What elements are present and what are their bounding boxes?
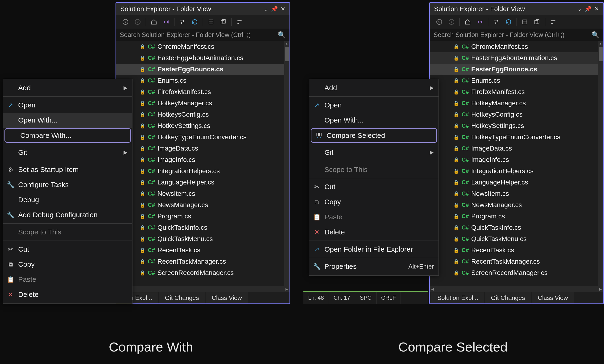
- pin-icon[interactable]: 📌: [270, 6, 279, 12]
- chevron-down-icon[interactable]: ⌄: [576, 6, 584, 12]
- file-row[interactable]: 🔒C#RecentTask.cs: [116, 244, 289, 256]
- file-row[interactable]: 🔒C#RecentTask.cs: [430, 244, 603, 256]
- horizontal-scrollbar[interactable]: ◀▶: [116, 286, 289, 292]
- file-row[interactable]: 🔒C#ImageData.cs: [116, 143, 289, 154]
- properties-icon[interactable]: [234, 17, 245, 27]
- menu-item-add-debug[interactable]: 🔧 Add Debug Configuration: [3, 207, 132, 222]
- file-row[interactable]: 🔒C#ChromeManifest.cs: [116, 41, 289, 52]
- back-button[interactable]: [434, 17, 444, 27]
- file-row[interactable]: 🔒C#FirefoxManifest.cs: [116, 86, 289, 97]
- file-row[interactable]: 🔒C#ScreenRecordManager.cs: [430, 267, 603, 279]
- tab-git-changes[interactable]: Git Changes: [485, 292, 531, 303]
- file-row[interactable]: 🔒C#HotkeyManager.cs: [116, 97, 289, 109]
- file-row[interactable]: 🔒C#LanguageHelper.cs: [430, 177, 603, 188]
- tab-class-view[interactable]: Class View: [206, 292, 248, 303]
- file-row[interactable]: 🔒C#IntegrationHelpers.cs: [116, 165, 289, 177]
- menu-item-compare-selected[interactable]: Compare Selected: [311, 128, 437, 143]
- horizontal-scrollbar[interactable]: ◀▶: [430, 286, 603, 292]
- show-all-icon[interactable]: [532, 17, 542, 27]
- menu-item-open-with[interactable]: Open With...: [3, 113, 132, 128]
- collapse-icon[interactable]: [520, 17, 530, 27]
- file-row[interactable]: 🔒C#HotkeyTypeEnumConverter.cs: [116, 132, 289, 143]
- file-row[interactable]: 🔒C#EasterEggBounce.cs: [116, 64, 289, 75]
- menu-item-git[interactable]: Git ▶: [309, 145, 439, 160]
- menu-item-open[interactable]: ↗ Open: [309, 97, 439, 113]
- vertical-scrollbar[interactable]: [598, 41, 603, 286]
- switch-views-icon[interactable]: [177, 17, 188, 27]
- search-icon[interactable]: 🔍: [591, 31, 600, 39]
- menu-item-properties[interactable]: 🔧 Properties Alt+Enter: [309, 259, 439, 274]
- menu-item-open-with[interactable]: Open With...: [309, 113, 439, 128]
- chevron-down-icon[interactable]: ⌄: [262, 6, 270, 12]
- search-icon[interactable]: 🔍: [278, 31, 286, 39]
- file-row[interactable]: 🔒C#NewsItem.cs: [116, 188, 289, 199]
- file-row[interactable]: 🔒C#ImageInfo.cs: [116, 154, 289, 165]
- menu-item-add[interactable]: Add ▶: [309, 80, 439, 96]
- file-row[interactable]: 🔒C#HotkeyTypeEnumConverter.cs: [430, 132, 603, 143]
- file-row[interactable]: 🔒C#ScreenRecordManager.cs: [116, 267, 289, 279]
- file-list[interactable]: 🔒C#ChromeManifest.cs🔒C#EasterEggAboutAni…: [430, 41, 603, 286]
- close-icon[interactable]: ✕: [592, 6, 601, 12]
- file-row[interactable]: 🔒C#ImageInfo.cs: [430, 154, 603, 165]
- file-row[interactable]: 🔒C#RecentTaskManager.cs: [430, 256, 603, 267]
- file-row[interactable]: 🔒C#RecentTaskManager.cs: [116, 256, 289, 267]
- refresh-icon[interactable]: [503, 17, 514, 27]
- forward-button[interactable]: [446, 17, 457, 27]
- menu-item-compare-with[interactable]: Compare With...: [4, 128, 131, 143]
- file-row[interactable]: 🔒C#NewsItem.cs: [430, 188, 603, 199]
- file-row[interactable]: 🔒C#EasterEggAboutAnimation.cs: [430, 52, 603, 64]
- vs-icon[interactable]: [475, 17, 485, 27]
- file-row[interactable]: 🔒C#NewsManager.cs: [116, 199, 289, 211]
- forward-button[interactable]: [133, 17, 143, 27]
- collapse-icon[interactable]: [206, 17, 216, 27]
- menu-item-add[interactable]: Add ▶: [3, 80, 132, 96]
- file-row[interactable]: 🔒C#HotkeyManager.cs: [430, 97, 603, 109]
- search-bar[interactable]: Search Solution Explorer - Folder View (…: [430, 29, 603, 41]
- file-row[interactable]: 🔒C#EasterEggBounce.cs: [430, 64, 603, 75]
- file-row[interactable]: 🔒C#Program.cs: [116, 211, 289, 222]
- file-row[interactable]: 🔒C#HotkeysConfig.cs: [430, 109, 603, 120]
- file-row[interactable]: 🔒C#Enums.cs: [116, 75, 289, 86]
- pin-icon[interactable]: 📌: [584, 6, 592, 12]
- properties-icon[interactable]: [548, 17, 558, 27]
- file-row[interactable]: 🔒C#HotkeySettings.cs: [116, 120, 289, 132]
- file-row[interactable]: 🔒C#QuickTaskMenu.cs: [116, 233, 289, 244]
- menu-item-configure-tasks[interactable]: 🔧 Configure Tasks: [3, 177, 132, 192]
- menu-item-copy[interactable]: ⧉ Copy: [3, 257, 132, 272]
- file-row[interactable]: 🔒C#HotkeySettings.cs: [430, 120, 603, 132]
- menu-item-debug[interactable]: Debug: [3, 192, 132, 207]
- tab-git-changes[interactable]: Git Changes: [159, 292, 205, 303]
- menu-item-delete[interactable]: ✕ Delete: [3, 287, 132, 302]
- home-icon[interactable]: [149, 17, 159, 27]
- file-row[interactable]: 🔒C#QuickTaskInfo.cs: [116, 222, 289, 233]
- file-row[interactable]: 🔒C#FirefoxManifest.cs: [430, 86, 603, 97]
- file-row[interactable]: 🔒C#LanguageHelper.cs: [116, 177, 289, 188]
- file-row[interactable]: 🔒C#NewsManager.cs: [430, 199, 603, 211]
- file-row[interactable]: 🔒C#QuickTaskMenu.cs: [430, 233, 603, 244]
- menu-item-cut[interactable]: ✂ Cut: [309, 179, 439, 194]
- tab-solution-explorer[interactable]: Solution Expl...: [431, 292, 484, 303]
- vs-icon[interactable]: [161, 17, 171, 27]
- search-bar[interactable]: Search Solution Explorer - Folder View (…: [116, 29, 289, 41]
- menu-item-open-folder[interactable]: ↗ Open Folder in File Explorer: [309, 242, 439, 257]
- file-list[interactable]: 🔒C#ChromeManifest.cs🔒C#EasterEggAboutAni…: [116, 41, 289, 286]
- file-row[interactable]: 🔒C#IntegrationHelpers.cs: [430, 165, 603, 177]
- tab-class-view[interactable]: Class View: [532, 292, 574, 303]
- file-row[interactable]: 🔒C#HotkeysConfig.cs: [116, 109, 289, 120]
- file-row[interactable]: 🔒C#ImageData.cs: [430, 143, 603, 154]
- file-row[interactable]: 🔒C#Program.cs: [430, 211, 603, 222]
- switch-views-icon[interactable]: [491, 17, 502, 27]
- menu-item-open[interactable]: ↗ Open: [3, 97, 132, 113]
- file-row[interactable]: 🔒C#Enums.cs: [430, 75, 603, 86]
- menu-item-git[interactable]: Git ▶: [3, 145, 132, 160]
- file-row[interactable]: 🔒C#QuickTaskInfo.cs: [430, 222, 603, 233]
- vertical-scrollbar[interactable]: [284, 41, 289, 286]
- menu-item-copy[interactable]: ⧉ Copy: [309, 194, 439, 209]
- home-icon[interactable]: [463, 17, 473, 27]
- show-all-icon[interactable]: [218, 17, 228, 27]
- file-row[interactable]: 🔒C#EasterEggAboutAnimation.cs: [116, 52, 289, 64]
- refresh-icon[interactable]: [189, 17, 200, 27]
- menu-item-delete[interactable]: ✕ Delete: [309, 225, 439, 240]
- back-button[interactable]: [120, 17, 131, 27]
- close-icon[interactable]: ✕: [279, 6, 287, 12]
